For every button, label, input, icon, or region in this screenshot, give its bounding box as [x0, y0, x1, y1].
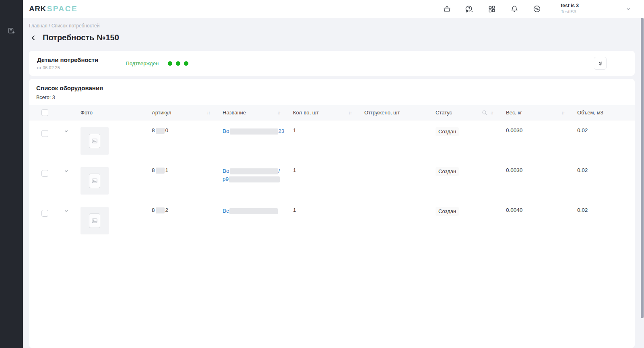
column-header-photo: Фото: [76, 110, 148, 116]
qty-cell: 1: [289, 200, 360, 240]
sync-icon[interactable]: [533, 4, 541, 13]
redacted-text: [229, 176, 280, 182]
apps-grid-icon[interactable]: [487, 4, 496, 13]
weight-cell: 0.0040: [502, 200, 573, 240]
sort-icon[interactable]: ↓↑: [349, 110, 352, 115]
column-header-volume: Объем, м3: [573, 110, 635, 116]
row-expand-chevron-icon[interactable]: [60, 200, 76, 240]
equipment-title: Список оборудования: [36, 85, 627, 91]
back-button[interactable]: [30, 34, 37, 41]
status-progress-dots: [168, 61, 188, 66]
help-chat-icon[interactable]: [465, 4, 474, 13]
sort-icon[interactable]: ↓↑: [207, 110, 210, 115]
photo-cell: [76, 200, 148, 240]
name-link[interactable]: Во23: [219, 120, 289, 160]
photo-placeholder: [80, 127, 109, 155]
status-cell: Создан: [431, 160, 502, 200]
vertical-scrollbar[interactable]: [641, 18, 644, 318]
redacted-text: [156, 207, 165, 213]
table-row: 80 Во23 1 Создан 0.0030 0.02: [29, 120, 635, 160]
article-cell: 81: [148, 160, 219, 200]
redacted-text: [230, 168, 278, 174]
image-placeholder-icon: [89, 174, 100, 188]
search-icon[interactable]: [482, 110, 487, 116]
brand-logo[interactable]: ARKSPACE: [29, 4, 78, 13]
image-placeholder-icon: [89, 134, 100, 148]
qty-cell: 1: [289, 160, 360, 200]
select-all-checkbox[interactable]: [41, 109, 48, 116]
status-cell: Создан: [431, 120, 502, 160]
qty-cell: 1: [289, 120, 360, 160]
row-expand-chevron-icon[interactable]: [60, 120, 76, 160]
redacted-text: [156, 168, 165, 174]
row-expand-chevron-icon[interactable]: [60, 160, 76, 200]
list-plus-icon[interactable]: [8, 27, 15, 35]
photo-cell: [76, 120, 148, 160]
name-link[interactable]: Вс: [219, 200, 289, 240]
sort-icon[interactable]: ↓↑: [561, 110, 565, 115]
volume-cell: 0.02: [573, 160, 635, 200]
row-checkbox[interactable]: [41, 170, 48, 177]
status-cell: Создан: [431, 200, 502, 240]
chevron-down-icon[interactable]: [624, 4, 633, 13]
status-badge: Создан: [436, 207, 459, 216]
redacted-text: [229, 208, 278, 214]
user-menu[interactable]: test is 3 TestIS3: [561, 3, 579, 14]
brand-ark: ARK: [29, 4, 46, 13]
column-header-status: Статус ↓↑: [431, 110, 502, 116]
row-checkbox[interactable]: [41, 130, 48, 137]
status-dot: [168, 61, 172, 66]
user-account: TestIS3: [561, 9, 579, 14]
basket-icon[interactable]: [442, 4, 451, 13]
user-name: test is 3: [561, 3, 579, 9]
brand-space: SPACE: [47, 4, 78, 13]
expand-details-button[interactable]: [594, 57, 607, 70]
details-date: от 06.02.25: [37, 65, 98, 70]
table-row: 81 Во/ p9 1 Создан 0.0030 0.02: [29, 160, 635, 200]
left-rail: [0, 0, 23, 348]
status-badge: Создан: [436, 167, 459, 176]
table-header-row: Фото Артикул↓↑ Название↓↑ Кол-во, шт↓↑ О…: [29, 105, 635, 120]
column-header-weight: Вес, кг↓↑: [502, 110, 573, 116]
weight-cell: 0.0030: [502, 120, 573, 160]
sort-icon[interactable]: ↓↑: [490, 110, 493, 115]
sort-icon[interactable]: ↓↑: [277, 110, 281, 115]
weight-cell: 0.0030: [502, 160, 573, 200]
photo-cell: [76, 160, 148, 200]
column-header-article: Артикул↓↑: [148, 110, 219, 116]
column-header-name: Название↓↑: [219, 110, 289, 116]
article-cell: 80: [148, 120, 219, 160]
column-header-qty: Кол-во, шт↓↑: [289, 110, 360, 116]
status-dot: [184, 61, 188, 66]
name-link[interactable]: Во/ p9: [219, 160, 289, 200]
status-badge: Создан: [436, 127, 459, 136]
equipment-card: Список оборудования Всего: 3 Фото Артику…: [29, 79, 635, 348]
shipped-cell: [360, 160, 431, 200]
volume-cell: 0.02: [573, 120, 635, 160]
shipped-cell: [360, 200, 431, 240]
image-placeholder-icon: [89, 213, 100, 228]
status-dot: [176, 61, 180, 66]
photo-placeholder: [80, 207, 109, 234]
topbar: ARKSPACE: [23, 0, 644, 18]
redacted-text: [230, 128, 278, 135]
row-checkbox[interactable]: [41, 210, 48, 217]
photo-placeholder: [80, 167, 109, 195]
status-label: Подтвержден: [126, 60, 159, 66]
shipped-cell: [360, 120, 431, 160]
volume-cell: 0.02: [573, 200, 635, 240]
column-header-shipped: Отгружено, шт: [360, 110, 431, 116]
article-cell: 82: [148, 200, 219, 240]
details-card: Детали потребности от 06.02.25 Подтвержд…: [29, 51, 635, 76]
notifications-bell-icon[interactable]: [510, 4, 519, 13]
breadcrumb[interactable]: Главная / Список потребностей: [29, 23, 99, 29]
equipment-total: Всего: 3: [36, 95, 627, 100]
details-title: Детали потребности: [37, 56, 98, 64]
redacted-text: [156, 128, 165, 134]
table-row: 82 Вс 1 Создан 0.0040 0.02: [29, 200, 635, 240]
page-title: Потребность №150: [43, 33, 119, 42]
